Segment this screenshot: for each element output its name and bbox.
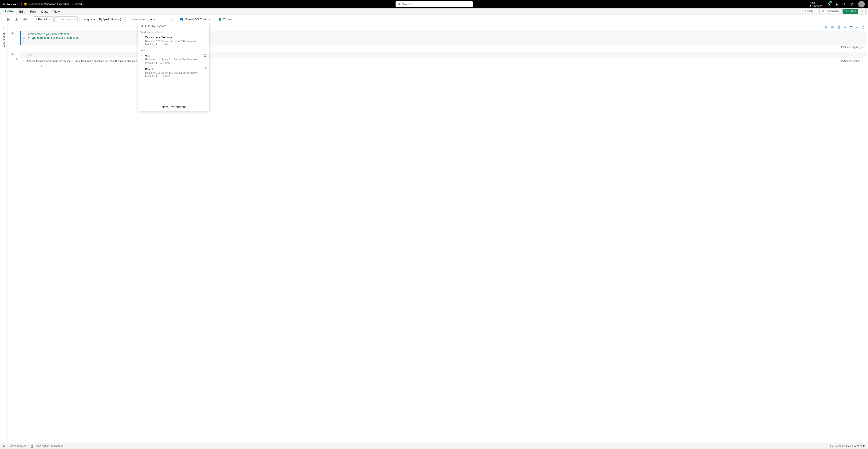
run-cell-icon[interactable]: ▷ [11,52,16,56]
notifications-icon[interactable]: 6 [827,2,831,6]
svg-point-4 [25,19,26,20]
settings-gear-icon[interactable] [21,17,29,23]
env-section-items: Items [138,47,209,52]
new-environment-button[interactable]: New Environment [138,102,209,111]
env-item-env11[interactable]: env11 Runtime: 1.2 (Spark 3.4, Delta 2.4… [138,66,209,79]
env-item-name: env [145,54,202,57]
env-filter-input[interactable] [145,25,207,28]
shield-icon [24,3,27,6]
check-icon: ✓ [141,54,144,64]
comments-button[interactable]: Comments [819,9,841,14]
expand-rail-icon[interactable]: » [3,25,4,29]
cell-exec-index: [1] [17,58,20,60]
open-link-icon[interactable] [204,54,207,64]
trial-info: Trial: 57 days left [810,1,823,7]
cell-status-text: -Apache Spark session ready in 15 sec 73… [26,60,152,62]
vscode-icon [180,18,184,21]
output-menu-icon[interactable]: ⋯ [34,65,36,68]
language-dropdown[interactable]: PySpark (Python)▾ [97,17,126,22]
run-cell-icon[interactable]: ▷ [11,31,16,35]
env-item-workspace-settings[interactable]: Workspace Settings Runtime: 1.2 (Spark 3… [138,34,209,47]
cell-language-selector[interactable]: PySpark (Python)▾ [841,60,863,62]
cell-language-selector[interactable]: PySpark (Python)▾ [841,46,863,49]
open-vscode-button[interactable]: Open in VS Code ▾ [178,17,212,23]
cell-more-icon[interactable]: ⋯ [855,25,860,30]
search-icon [141,25,144,28]
search-placeholder: Search [402,3,412,6]
env-section-default: Workspace default [138,29,209,34]
editing-mode-button[interactable]: Editing ▾ [799,9,818,14]
share-button[interactable]: Share [842,9,858,14]
tab-edit[interactable]: Edit [17,9,27,14]
env-item-name: Workspace Settings [145,35,207,39]
chevron-down-icon[interactable]: ▾ [83,3,84,5]
svg-point-0 [398,3,400,5]
user-avatar[interactable] [858,1,865,7]
cell-lock-icon[interactable] [837,25,841,30]
cell-output: 2 [41,65,42,68]
ribbon-tabs: Home Edit Run Data View Editing ▾ Commen… [0,8,868,14]
env-item-desc: Runtime: 1.2 (Spark 3.4, Delta 2.4), Com… [145,58,202,64]
language-label: Language [82,18,96,21]
cell-freeze-icon[interactable]: ✱ [843,25,847,30]
environment-label: Environment [130,18,147,21]
cell-markdown-icon[interactable]: M↓ [825,25,829,30]
tab-run[interactable]: Run [27,9,38,14]
tab-data[interactable]: Data [38,9,50,14]
environment-popup: Workspace default Workspace Settings Run… [138,23,210,111]
notebook-title[interactable]: Notebook 1 [3,3,19,6]
classification-label: Confidential\Microsoft Extended [29,3,69,6]
cell-menu-icon[interactable]: ▾ [16,52,20,56]
svg-point-8 [141,25,143,27]
presence-button[interactable] [860,9,866,14]
search-box[interactable]: Search [396,1,473,7]
svg-line-9 [143,27,143,27]
cell-delete-icon[interactable] [861,25,866,30]
open-link-icon[interactable] [204,67,207,78]
env-item-env[interactable]: ✓ env Runtime: 1.2 (Spark 3.4, Delta 2.4… [138,52,209,66]
svg-line-1 [399,5,400,5]
code-cell: ▷ ▾ [1] 1 1+1 ✓ -Apache Spark [9,52,866,69]
separator [21,2,22,6]
run-all-button[interactable]: ▷ Run all ▾ [33,17,54,23]
copilot-button[interactable]: Copilot [216,17,234,23]
notification-badge: 6 [829,1,832,3]
stop-session-button[interactable]: □ Stop session [55,17,78,23]
cell-collapse-icon[interactable] [831,25,835,30]
settings-icon[interactable] [834,2,839,6]
cell-menu-icon[interactable]: ▾ [16,31,20,35]
toolbar: ▷ Run all ▾ □ Stop session Language PySp… [2,16,866,23]
svg-point-2 [836,4,837,5]
topbar: Notebook 1 Confidential\Microsoft Extend… [0,0,868,8]
notebook-area: M↓ ✱ ⋯ ▷ ▾ 1 2 3 [7,23,868,442]
svg-rect-7 [838,27,840,29]
code-cell: ▷ ▾ 1 2 3 # Welcome to your new notebook… [9,31,866,50]
env-item-name: env11 [145,67,202,70]
help-icon[interactable]: ? [842,2,847,6]
tab-view[interactable]: View [51,9,63,14]
check-icon: ✓ [23,59,25,62]
env-item-desc: Runtime: 1.2 (Spark 3.4, Delta 2.4), Com… [145,71,202,78]
save-state: · Saved [72,3,82,6]
tab-home[interactable]: Home [2,8,17,14]
main-area: » Lakehouses M↓ ✱ ⋯ ▷ ▾ 1 [0,23,868,442]
cell-comment-icon[interactable] [849,25,854,30]
env-item-desc: Runtime: 1.2 (Spark 3.4, Delta 2.4), Com… [145,39,207,46]
copilot-icon [218,18,222,21]
svg-point-3 [862,10,863,11]
save-icon[interactable] [4,17,12,23]
side-rail: » Lakehouses [0,23,7,442]
search-icon [397,3,401,6]
svg-point-5 [219,18,221,21]
line-numbers: 1 [23,53,28,57]
feedback-icon[interactable] [850,2,855,6]
lakehouses-label[interactable]: Lakehouses [2,32,5,47]
download-icon[interactable] [13,17,20,23]
line-numbers: 1 2 3 [23,32,28,43]
environment-dropdown[interactable]: env▾ [148,17,174,22]
